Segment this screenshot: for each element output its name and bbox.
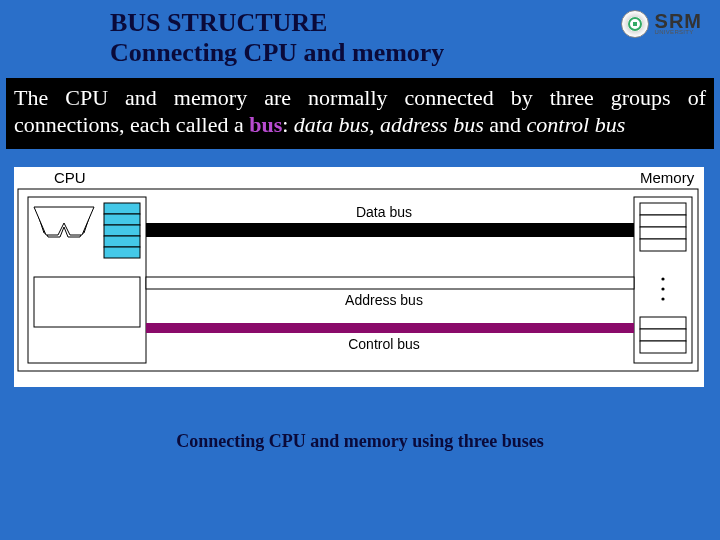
logo-main-text: SRM xyxy=(655,12,702,30)
desc-italic-2: address bus xyxy=(380,112,484,137)
bus-label-control: Control bus xyxy=(348,336,420,352)
desc-sep2: and xyxy=(484,112,527,137)
svg-rect-20 xyxy=(640,329,686,341)
logo-text: SRM UNIVERSITY xyxy=(655,12,702,35)
svg-rect-9 xyxy=(104,247,140,258)
svg-point-17 xyxy=(661,287,664,290)
svg-rect-8 xyxy=(104,236,140,247)
desc-after-hl: : xyxy=(282,112,294,137)
svg-rect-6 xyxy=(104,214,140,225)
svg-rect-12 xyxy=(640,203,686,215)
svg-rect-21 xyxy=(640,341,686,353)
desc-highlight: bus xyxy=(249,112,282,137)
title-line-2: Connecting CPU and memory xyxy=(110,38,700,68)
svg-rect-24 xyxy=(146,323,634,333)
bus-label-address: Address bus xyxy=(345,292,423,308)
svg-rect-22 xyxy=(146,223,634,237)
description-box: The CPU and memory are normally connecte… xyxy=(6,78,714,149)
svg-point-18 xyxy=(661,297,664,300)
bus-diagram: CPU Memory Data bus xyxy=(14,167,704,387)
desc-italic-3: control bus xyxy=(527,112,626,137)
desc-sep1: , xyxy=(369,112,380,137)
diagram-container: CPU Memory Data bus xyxy=(14,167,706,391)
svg-rect-7 xyxy=(104,225,140,236)
svg-rect-23 xyxy=(146,277,634,289)
bus-label-data: Data bus xyxy=(356,204,412,220)
title-line-1: BUS STRUCTURE xyxy=(110,8,700,38)
slide-header: BUS STRUCTURE Connecting CPU and memory … xyxy=(0,0,720,74)
svg-rect-10 xyxy=(34,277,140,327)
title-block: BUS STRUCTURE Connecting CPU and memory xyxy=(110,8,700,68)
srm-logo: SRM UNIVERSITY xyxy=(621,10,702,38)
university-seal-icon xyxy=(621,10,649,38)
svg-rect-5 xyxy=(104,203,140,214)
figure-caption: Connecting CPU and memory using three bu… xyxy=(0,431,720,452)
svg-rect-19 xyxy=(640,317,686,329)
memory-label: Memory xyxy=(640,169,695,186)
desc-italic-1: data bus xyxy=(294,112,369,137)
cpu-label: CPU xyxy=(54,169,86,186)
svg-rect-15 xyxy=(640,239,686,251)
svg-rect-13 xyxy=(640,215,686,227)
svg-rect-14 xyxy=(640,227,686,239)
svg-point-16 xyxy=(661,277,664,280)
